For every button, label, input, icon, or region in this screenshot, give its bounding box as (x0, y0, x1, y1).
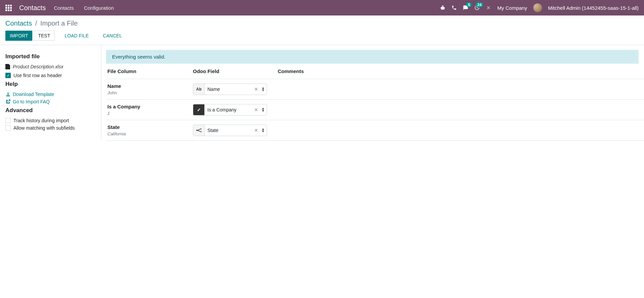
import-faq-link[interactable]: Go to Import FAQ (5, 99, 96, 104)
external-link-icon (5, 99, 11, 104)
svg-point-1 (200, 129, 201, 130)
text-type-icon: Ab (193, 84, 205, 95)
odoo-field-select[interactable]: Ab Name ✕ ▲▼ (193, 84, 267, 95)
test-button[interactable]: TEST (34, 31, 55, 41)
clear-icon[interactable]: ✕ (253, 107, 260, 112)
relation-type-icon (193, 125, 205, 136)
import-button[interactable]: IMPORT (5, 31, 32, 41)
imported-filename: Product Description.xlsx (5, 64, 96, 69)
import-sidebar: Imported file Product Description.xlsx ✓… (0, 45, 101, 141)
odoo-field-value: Name (205, 87, 253, 92)
user-menu[interactable]: Mitchell Admin (14452455-saas-15-1-all) (548, 5, 639, 11)
control-panel: Contacts / Import a File IMPORT TEST LOA… (0, 15, 644, 45)
first-row-header-checkbox[interactable]: ✓ Use first row as header (5, 73, 96, 78)
apps-icon[interactable] (5, 5, 12, 11)
file-column-name: State (107, 124, 193, 130)
odoo-field-value: State (205, 128, 253, 133)
chevron-updown-icon[interactable]: ▲▼ (260, 128, 267, 133)
mapping-row: State California State ✕ ▲▼ (106, 120, 644, 141)
messages-badge: 5 (466, 2, 472, 7)
checkbox-icon (5, 118, 11, 123)
header-file-column: File Column (107, 68, 193, 74)
activities-badge: 24 (476, 2, 483, 7)
checkbox-icon (5, 125, 11, 131)
track-history-checkbox[interactable]: Track history during import (5, 118, 96, 123)
nav-contacts[interactable]: Contacts (52, 5, 76, 11)
odoo-field-select[interactable]: ✓ Is a Company ✕ ▲▼ (193, 104, 267, 115)
svg-point-2 (200, 131, 201, 132)
file-column-sample: 1 (107, 111, 193, 116)
activities-icon[interactable]: 24 (474, 5, 480, 10)
app-brand[interactable]: Contacts (19, 4, 46, 12)
validation-alert: Everything seems valid. (106, 50, 639, 64)
top-navbar: Contacts Contacts Configuration 5 24 My … (0, 0, 644, 15)
file-icon (5, 64, 10, 69)
boolean-type-icon: ✓ (193, 104, 205, 115)
clear-icon[interactable]: ✕ (253, 128, 260, 133)
load-file-button[interactable]: LOAD FILE (61, 31, 93, 40)
messages-icon[interactable]: 5 (463, 5, 468, 10)
allow-subfields-checkbox[interactable]: Allow matching with subfields (5, 125, 96, 131)
file-column-name: Is a Company (107, 104, 193, 109)
svg-point-0 (196, 130, 198, 131)
file-column-name: Name (107, 83, 193, 89)
imported-file-heading: Imported file (5, 53, 96, 60)
download-icon (5, 92, 11, 97)
breadcrumb: Contacts / Import a File (5, 20, 639, 27)
header-comments: Comments (278, 68, 644, 74)
header-odoo-field: Odoo Field (193, 68, 278, 74)
nav-configuration[interactable]: Configuration (82, 5, 116, 11)
breadcrumb-current: Import a File (40, 20, 78, 27)
phone-icon[interactable] (451, 5, 457, 10)
user-avatar[interactable] (533, 3, 542, 12)
file-column-sample: California (107, 131, 193, 136)
import-content: Everything seems valid. File Column Odoo… (101, 45, 644, 141)
mapping-row: Name John Ab Name ✕ ▲▼ (106, 79, 644, 99)
download-template-link[interactable]: Download Template (5, 92, 96, 97)
chevron-updown-icon[interactable]: ▲▼ (260, 107, 267, 112)
cancel-button[interactable]: CANCEL (99, 31, 126, 40)
company-selector[interactable]: My Company (497, 5, 527, 11)
odoo-field-value: Is a Company (205, 107, 253, 112)
breadcrumb-parent[interactable]: Contacts (5, 20, 32, 27)
mapping-header: File Column Odoo Field Comments (106, 64, 644, 79)
help-heading: Help (5, 81, 96, 88)
odoo-field-select[interactable]: State ✕ ▲▼ (193, 125, 267, 136)
close-icon[interactable] (486, 5, 491, 10)
file-column-sample: John (107, 90, 193, 95)
advanced-heading: Advanced (5, 107, 96, 114)
clear-icon[interactable]: ✕ (253, 87, 260, 92)
checkbox-checked-icon: ✓ (5, 73, 11, 78)
mapping-row: Is a Company 1 ✓ Is a Company ✕ ▲▼ (106, 99, 644, 120)
bug-icon[interactable] (440, 5, 445, 10)
chevron-updown-icon[interactable]: ▲▼ (260, 87, 267, 92)
